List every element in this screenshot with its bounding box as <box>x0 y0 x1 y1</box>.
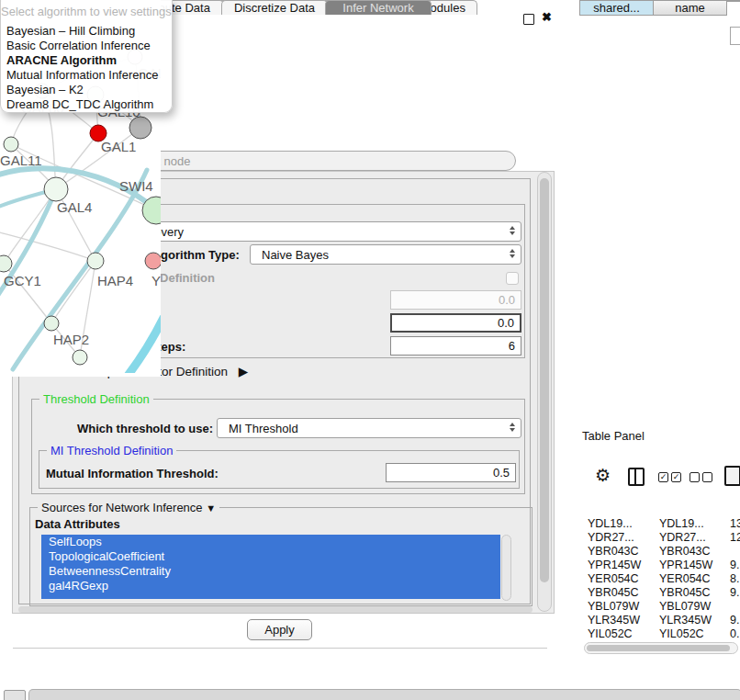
table-row[interactable]: YBR043CYBR043C <box>579 545 740 559</box>
list-item[interactable]: TopologicalCoefficient <box>41 549 500 564</box>
which-threshold-value: MI Threshold <box>229 422 298 435</box>
node-label: GCY1 <box>4 273 41 288</box>
cell: 0. <box>730 627 739 638</box>
cell: 13 <box>730 517 740 531</box>
table-row[interactable]: YBL079WYBL079W <box>579 600 740 614</box>
cell: YER054C <box>588 572 639 586</box>
table-row[interactable]: YER054CYER054C8. <box>579 572 740 586</box>
kernel-width-value: 0.0 <box>499 293 515 307</box>
attributes-list-scrollbar[interactable] <box>501 535 511 601</box>
sources-group-title-label: Sources for Network Inference <box>41 501 203 514</box>
menu-item[interactable]: Basic Correlation Inference <box>1 39 172 53</box>
table-horizontal-scrollbar[interactable] <box>584 642 738 654</box>
kernel-width-field[interactable]: 0.0 <box>390 290 521 310</box>
threshold-definition-title: Threshold Definition <box>39 392 153 406</box>
deselect-all-checkboxes-icon[interactable] <box>690 472 712 482</box>
menu-item-selected[interactable]: ARACNE Algorithm <box>1 53 172 68</box>
collapsed-bottom-bar[interactable] <box>28 689 740 700</box>
close-panel-icon[interactable]: ✖ <box>542 10 552 24</box>
settings-horizontal-scrollbar[interactable] <box>18 606 533 613</box>
cell: 9. <box>730 614 739 627</box>
cell: YBR045C <box>588 586 639 600</box>
cell: YPR145W <box>659 559 712 572</box>
list-item[interactable]: SelfLoops <box>41 535 500 549</box>
data-attributes-label: Data Attributes <box>35 517 120 531</box>
scrollbar-thumb[interactable] <box>540 178 549 582</box>
float-panel-icon[interactable] <box>523 14 534 25</box>
tab-infer-network[interactable]: Infer Network <box>325 0 432 15</box>
table-row[interactable]: YBR045CYBR045C9. <box>579 586 740 600</box>
table-row[interactable]: YIL052CYIL052C0. <box>579 627 740 638</box>
network-scrollbar-stub[interactable] <box>730 27 740 45</box>
node-label: GAL1 <box>101 139 136 154</box>
scrollbar-thumb[interactable] <box>587 645 730 651</box>
mi-threshold-field[interactable]: 0.5 <box>386 463 516 482</box>
table-row[interactable]: YDR27...YDR27...12 <box>579 531 740 545</box>
table-body: YDL19...YDL19...13 YDR27...YDR27...12 YB… <box>579 517 740 638</box>
node-hap4 <box>87 253 104 269</box>
network-highlight-edge <box>121 318 161 373</box>
apply-button[interactable]: Apply <box>247 619 312 640</box>
cell: YDR27... <box>588 531 634 545</box>
cell: 8. <box>730 572 739 586</box>
list-item[interactable]: gal4RGexp <box>41 579 500 593</box>
algorithm-dropdown-popup: Select algorithm to view settings Bayesi… <box>0 0 173 113</box>
menu-item[interactable]: Mutual Information Inference <box>1 68 172 83</box>
which-threshold-label: Which threshold to use: <box>77 422 213 435</box>
cell: 12 <box>730 531 740 545</box>
mi-threshold-group-title: MI Threshold Definition <box>47 444 176 457</box>
cell: 9. <box>730 559 739 572</box>
table-row[interactable]: YPR145WYPR145W9. <box>579 559 740 572</box>
menu-item[interactable]: Bayesian – K2 <box>1 83 172 97</box>
column-header-name[interactable]: name <box>653 0 727 16</box>
cell: YDL19... <box>659 517 704 531</box>
checked-box-glyph: ✓ <box>671 472 681 482</box>
dropdown-arrows-icon <box>510 423 515 432</box>
select-all-checkboxes-icon[interactable]: ✓✓ <box>658 472 681 482</box>
cell: YBR043C <box>588 545 639 559</box>
settings-vertical-scrollbar[interactable] <box>537 172 552 612</box>
unchecked-box-glyph <box>690 472 700 482</box>
mi-steps-field[interactable]: 6 <box>390 336 521 356</box>
expander-right-arrow-icon: ▶ <box>239 365 248 378</box>
node-label: HAP4 <box>97 273 133 288</box>
aracne-mode-dropdown[interactable]: Discovery <box>119 221 521 242</box>
node-gcy1 <box>0 255 12 272</box>
table-row[interactable]: YDL19...YDL19...13 <box>579 517 740 531</box>
screen: Control Panel ✖ Network Style Select Cyn… <box>0 0 740 700</box>
cell: YLR345W <box>659 614 712 627</box>
mi-threshold-value: 0.5 <box>493 466 510 480</box>
cell: YIL052C <box>659 627 704 638</box>
document-icon[interactable] <box>724 466 740 486</box>
tab-discretize-data-label: Discretize Data <box>234 1 315 15</box>
unchecked-box-glyph <box>702 472 712 482</box>
dpi-tolerance-field[interactable]: 0.0 <box>390 313 521 333</box>
gear-icon[interactable]: ⚙ <box>595 465 611 486</box>
menu-item[interactable]: Dream8 DC_TDC Algorithm <box>1 97 172 112</box>
cell: YDR27... <box>659 531 706 545</box>
manual-kernel-width-checkbox[interactable] <box>506 272 519 285</box>
node-label: GAL4 <box>57 199 92 215</box>
dropdown-arrows-icon <box>510 226 515 235</box>
which-threshold-dropdown[interactable]: MI Threshold <box>217 418 521 438</box>
table-panel-title: Table Panel <box>582 429 645 443</box>
algorithm-dropdown-placeholder: Select algorithm to view settings <box>1 0 172 24</box>
menu-item[interactable]: Bayesian – Hill Climbing <box>1 24 172 39</box>
expander-down-arrow-icon: ▼ <box>206 502 216 514</box>
node-label: GAL11 <box>0 152 42 168</box>
tab-discretize-data[interactable]: Discretize Data <box>221 0 328 15</box>
column-header-partial[interactable] <box>726 0 740 2</box>
node <box>73 350 87 365</box>
column-header-shared[interactable]: shared... <box>579 0 654 16</box>
cell: YDL19... <box>588 517 633 531</box>
minimized-panel-icon[interactable] <box>4 690 26 700</box>
node-label: HAP2 <box>53 332 89 347</box>
mi-algorithm-type-value: Naive Bayes <box>262 248 329 262</box>
table-row[interactable]: YLR345WYLR345W9. <box>579 614 740 627</box>
dpi-tolerance-value: 0.0 <box>498 316 514 330</box>
cell: YBL079W <box>588 600 639 614</box>
mi-algorithm-type-dropdown[interactable]: Naive Bayes <box>250 244 521 265</box>
split-columns-icon[interactable] <box>628 468 645 486</box>
sources-group-title[interactable]: Sources for Network Inference ▼ <box>38 501 219 514</box>
list-item[interactable]: BetweennessCentrality <box>41 564 500 579</box>
